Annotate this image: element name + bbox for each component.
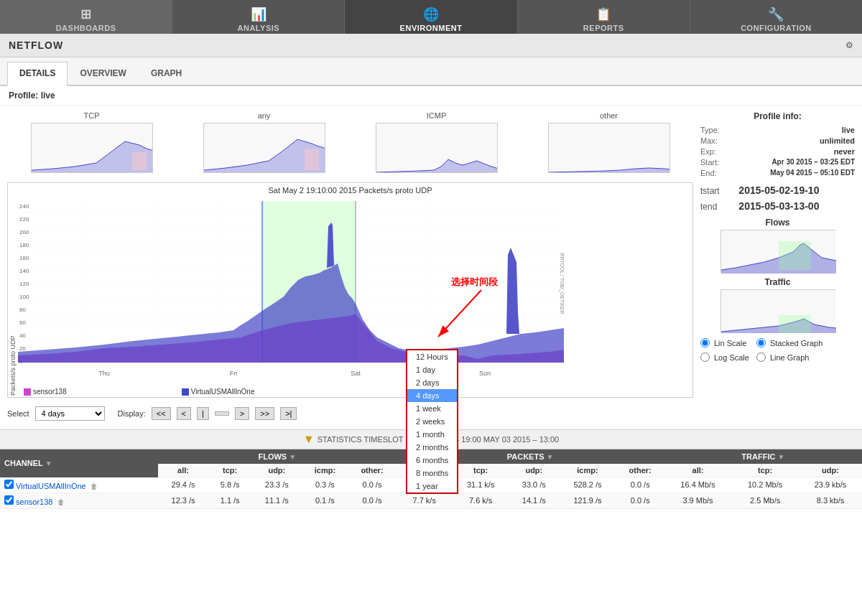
icmp-chart[interactable] [376, 123, 498, 173]
big-chart[interactable]: Sat May 2 19:10:00 2015 Packets/s proto … [7, 182, 693, 398]
row1-channel-name[interactable]: VirtualUSMAllInOne [16, 482, 86, 490]
profile-end-row: End: May 04 2015 – 05:10 EDT [700, 169, 855, 177]
row2-delete-icon[interactable]: 🗑 [57, 498, 65, 506]
svg-text:Thu: Thu [98, 370, 110, 377]
time-window-select[interactable]: Time Window 12 Hours 1 day 2 days 4 days… [35, 406, 105, 421]
mini-chart-other: other [537, 111, 681, 175]
analysis-icon: 📊 [251, 6, 267, 22]
nav-btn-pipe[interactable]: | [197, 407, 209, 420]
flows-chart[interactable] [720, 230, 835, 273]
profile-info: Profile info: Type: live Max: unlimited … [700, 111, 855, 177]
row1-flows-udp: 23.3 /s [251, 477, 302, 493]
sub-traffic-udp: udp: [799, 464, 862, 477]
dashboards-icon: ⊞ [80, 6, 92, 22]
dropdown-item-1w[interactable]: 1 week [407, 402, 457, 415]
row2-flows-udp: 11.1 /s [251, 493, 302, 508]
row1-flows-tcp: 5.8 /s [208, 477, 251, 493]
sub-flows-tcp: tcp: [208, 464, 251, 477]
svg-text:200: 200 [19, 229, 29, 235]
row2-pkts-other: 0.0 /s [616, 493, 664, 508]
profile-label: Profile: live [0, 86, 862, 106]
dropdown-item-1y[interactable]: 1 year [407, 480, 457, 493]
any-chart[interactable] [203, 123, 325, 173]
environment-icon: 🌐 [423, 6, 440, 22]
profile-max-row: Max: unlimited [700, 136, 855, 145]
lin-scale-radio[interactable]: Lin Scale [700, 338, 749, 347]
channel-sort-icon[interactable]: ▼ [45, 459, 52, 467]
row2-channel-name[interactable]: sensor138 [16, 498, 52, 506]
nav-btn-prev-prev[interactable]: << [152, 407, 171, 420]
sub-flows-all: all: [158, 464, 208, 477]
dropdown-item-2d[interactable]: 2 days [407, 376, 457, 389]
row2-pkts-udp: 14.1 /s [509, 493, 559, 508]
time-window-dropdown[interactable]: 12 Hours 1 day 2 days 4 days 1 week 2 we… [406, 349, 458, 494]
dropdown-item-8m[interactable]: 8 months [407, 467, 457, 480]
profile-start-row: Start: Apr 30 2015 – 03:25 EDT [700, 158, 855, 167]
sub-pkts-udp: udp: [509, 464, 559, 477]
row2-flows-other: 0.0 /s [348, 493, 396, 508]
row1-delete-icon[interactable]: 🗑 [91, 482, 98, 490]
nav-btn-prev[interactable]: < [177, 407, 191, 420]
dropdown-item-2w[interactable]: 2 weeks [407, 415, 457, 428]
exp-val: never [834, 147, 855, 156]
nav-reports-label: REPORTS [583, 24, 624, 32]
traffic-sort-icon[interactable]: ▼ [777, 453, 784, 461]
profile-info-title: Profile info: [700, 111, 855, 121]
mini-chart-tcp: TCP [20, 111, 164, 175]
dropdown-item-6m[interactable]: 6 months [407, 454, 457, 467]
nav-btn-last[interactable]: >| [280, 407, 297, 420]
row2-traffic-tcp: 2.5 Mb/s [731, 493, 799, 508]
nav-btn-next-next[interactable]: >> [255, 407, 274, 420]
dropdown-item-4d[interactable]: 4 days [407, 389, 457, 402]
row2-pkts-all: 7.7 k/s [396, 493, 452, 508]
row1-traffic-all: 16.4 Mb/s [664, 477, 732, 493]
traffic-chart[interactable] [720, 289, 835, 332]
nav-btn-middle[interactable] [215, 411, 229, 416]
profile-exp-row: Exp: never [700, 147, 855, 156]
svg-text:140: 140 [19, 268, 29, 274]
other-chart[interactable] [548, 123, 670, 173]
row1-channel: VirtualUSMAllInOne 🗑 [0, 477, 158, 493]
row2-pkts-icmp: 121.9 /s [559, 493, 616, 508]
max-key: Max: [700, 136, 718, 145]
tcp-chart[interactable] [31, 123, 153, 173]
dropdown-item-2m[interactable]: 2 months [407, 441, 457, 454]
big-chart-svg[interactable]: 240 220 200 180 160 140 120 100 80 60 40… [18, 197, 564, 384]
flows-label: Flows [700, 218, 855, 228]
row2-traffic-udp: 8.3 kb/s [799, 493, 862, 508]
tab-graph[interactable]: GRAPH [139, 62, 194, 85]
dropdown-item-1m[interactable]: 1 month [407, 428, 457, 441]
table-row: sensor138 🗑 12.3 /s 1.1 /s 11.1 /s 0.1 /… [0, 493, 862, 508]
tabs-bar: DETAILS OVERVIEW GRAPH [0, 57, 862, 86]
svg-text:240: 240 [19, 203, 29, 210]
row2-checkbox[interactable] [4, 495, 14, 505]
tab-overview[interactable]: OVERVIEW [68, 62, 138, 85]
mini-charts-row: TCP any [7, 111, 693, 175]
dropdown-item-1d[interactable]: 1 day [407, 363, 457, 376]
nav-analysis[interactable]: 📊 ANALYSIS [172, 0, 345, 34]
lin-scale-label: Lin Scale [714, 339, 746, 347]
row2-channel: sensor138 🗑 [0, 493, 158, 508]
flows-sort-icon[interactable]: ▼ [289, 453, 296, 461]
exp-key: Exp: [700, 147, 716, 156]
svg-text:160: 160 [19, 255, 29, 261]
nav-configuration-label: CONFIGURATION [741, 24, 812, 32]
row1-checkbox[interactable] [4, 480, 14, 489]
dropdown-item-12h[interactable]: 12 Hours [407, 350, 457, 363]
row2-flows-icmp: 0.1 /s [302, 493, 348, 508]
nav-environment[interactable]: 🌐 ENVIRONMENT [345, 0, 517, 34]
nav-configuration[interactable]: 🔧 CONFIGURATION [690, 0, 862, 34]
line-graph-radio[interactable]: Line Graph [756, 353, 822, 362]
nav-dashboards-label: DASHBOARDS [56, 24, 116, 32]
mini-chart-any: any [193, 111, 336, 175]
tab-details[interactable]: DETAILS [7, 62, 68, 86]
nav-btn-next[interactable]: > [235, 407, 249, 420]
packets-sort-icon[interactable]: ▼ [547, 453, 554, 461]
mini-chart-icmp: ICMP [365, 111, 509, 175]
stacked-graph-label: Stacked Graph [770, 339, 822, 347]
sub-flows-udp: udp: [251, 464, 302, 477]
nav-dashboards[interactable]: ⊞ DASHBOARDS [0, 0, 172, 34]
stacked-graph-radio[interactable]: Stacked Graph [756, 338, 822, 347]
log-scale-radio[interactable]: Log Scale [700, 353, 749, 362]
nav-reports[interactable]: 📋 REPORTS [518, 0, 690, 34]
